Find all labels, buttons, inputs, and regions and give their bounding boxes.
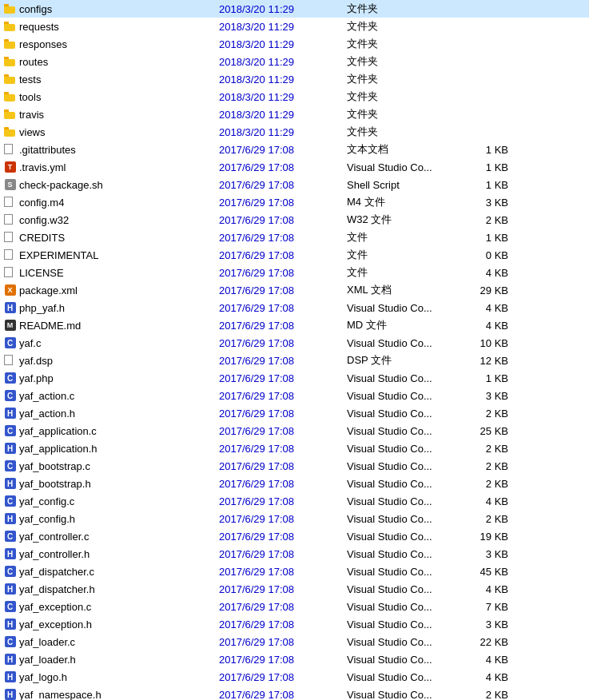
list-item[interactable]: H yaf_exception.h 2017/6/29 17:08 Visual…	[0, 615, 589, 633]
list-item[interactable]: views 2018/3/20 11:29 文件夹	[0, 123, 589, 141]
list-item[interactable]: CREDITS 2017/6/29 17:08 文件 1 KB	[0, 229, 589, 246]
file-name-col: travis	[3, 108, 219, 121]
file-type: Visual Studio Co...	[347, 495, 467, 507]
file-date: 2018/3/20 11:29	[219, 91, 347, 103]
folder-icon	[3, 20, 16, 33]
list-item[interactable]: H php_yaf.h 2017/6/29 17:08 Visual Studi…	[0, 299, 589, 316]
list-item[interactable]: tools 2018/3/20 11:29 文件夹	[0, 88, 589, 105]
file-date: 2017/6/29 17:08	[219, 337, 347, 349]
file-name: yaf_dispatcher.h	[19, 583, 95, 595]
list-item[interactable]: S check-package.sh 2017/6/29 17:08 Shell…	[0, 176, 589, 193]
file-icon	[3, 231, 16, 244]
file-size: 12 KB	[467, 355, 515, 367]
list-item[interactable]: C yaf_config.c 2017/6/29 17:08 Visual St…	[0, 492, 589, 510]
file-size: 1 KB	[467, 232, 515, 244]
list-item[interactable]: H yaf_application.h 2017/6/29 17:08 Visu…	[0, 439, 589, 457]
list-item[interactable]: C yaf_dispatcher.c 2017/6/29 17:08 Visua…	[0, 563, 589, 580]
file-type: Visual Studio Co...	[347, 443, 467, 455]
list-item[interactable]: C yaf.c 2017/6/29 17:08 Visual Studio Co…	[0, 334, 589, 352]
file-type: Visual Studio Co...	[347, 636, 467, 648]
list-item[interactable]: tests 2018/3/20 11:29 文件夹	[0, 70, 589, 88]
file-name-col: M README.md	[3, 319, 219, 332]
file-name-col: configs	[3, 2, 219, 15]
file-name: yaf_namespace.h	[19, 689, 101, 701]
file-type: Visual Studio Co...	[347, 337, 467, 349]
list-item[interactable]: configs 2018/3/20 11:29 文件夹	[0, 0, 589, 18]
file-type: DSP 文件	[347, 353, 467, 368]
file-name-col: C yaf_controller.c	[3, 530, 219, 543]
file-name-col: C yaf_action.c	[3, 389, 219, 402]
list-item[interactable]: H yaf_loader.h 2017/6/29 17:08 Visual St…	[0, 650, 589, 668]
list-item[interactable]: T .travis.yml 2017/6/29 17:08 Visual Stu…	[0, 158, 589, 176]
file-size: 10 KB	[467, 337, 515, 349]
file-name-col: .gitattributes	[3, 143, 219, 156]
file-name-col: config.w32	[3, 213, 219, 226]
file-name: LICENSE	[19, 267, 64, 279]
list-item[interactable]: C yaf_bootstrap.c 2017/6/29 17:08 Visual…	[0, 457, 589, 475]
list-item[interactable]: X package.xml 2017/6/29 17:08 XML 文档 29 …	[0, 281, 589, 299]
list-item[interactable]: C yaf.php 2017/6/29 17:08 Visual Studio …	[0, 369, 589, 387]
list-item[interactable]: C yaf_controller.c 2017/6/29 17:08 Visua…	[0, 527, 589, 545]
list-item[interactable]: H yaf_logo.h 2017/6/29 17:08 Visual Stud…	[0, 668, 589, 686]
file-date: 2017/6/29 17:08	[219, 425, 347, 437]
list-item[interactable]: LICENSE 2017/6/29 17:08 文件 4 KB	[0, 264, 589, 281]
list-item[interactable]: C yaf_exception.c 2017/6/29 17:08 Visual…	[0, 598, 589, 615]
file-date: 2017/6/29 17:08	[219, 460, 347, 472]
list-item[interactable]: M README.md 2017/6/29 17:08 MD 文件 4 KB	[0, 316, 589, 334]
c-file-icon: C	[3, 336, 16, 349]
file-name-col: H yaf_logo.h	[3, 670, 219, 683]
file-date: 2017/6/29 17:08	[219, 284, 347, 296]
list-item[interactable]: EXPERIMENTAL 2017/6/29 17:08 文件 0 KB	[0, 246, 589, 264]
file-name: yaf_application.c	[19, 425, 97, 437]
file-type: Visual Studio Co...	[347, 548, 467, 560]
file-name: travis	[19, 109, 44, 121]
file-size: 0 KB	[467, 249, 515, 261]
list-item[interactable]: H yaf_namespace.h 2017/6/29 17:08 Visual…	[0, 686, 589, 700]
file-size: 1 KB	[467, 372, 515, 384]
list-item[interactable]: C yaf_action.c 2017/6/29 17:08 Visual St…	[0, 387, 589, 404]
h-file-icon: H	[3, 442, 16, 455]
file-name: yaf_exception.c	[19, 601, 91, 613]
file-name: yaf_bootstrap.h	[19, 478, 91, 490]
file-name: yaf_dispatcher.c	[19, 566, 94, 578]
list-item[interactable]: yaf.dsp 2017/6/29 17:08 DSP 文件 12 KB	[0, 352, 589, 369]
file-name-col: H yaf_loader.h	[3, 653, 219, 666]
file-type: 文件夹	[347, 19, 467, 34]
list-item[interactable]: responses 2018/3/20 11:29 文件夹	[0, 35, 589, 53]
file-size: 4 KB	[467, 583, 515, 595]
file-date: 2018/3/20 11:29	[219, 126, 347, 138]
list-item[interactable]: H yaf_bootstrap.h 2017/6/29 17:08 Visual…	[0, 475, 589, 492]
file-date: 2017/6/29 17:08	[219, 355, 347, 367]
list-item[interactable]: C yaf_application.c 2017/6/29 17:08 Visu…	[0, 422, 589, 439]
file-name-col: C yaf_application.c	[3, 424, 219, 437]
list-item[interactable]: config.m4 2017/6/29 17:08 M4 文件 3 KB	[0, 193, 589, 211]
folder-icon	[3, 55, 16, 68]
list-item[interactable]: C yaf_loader.c 2017/6/29 17:08 Visual St…	[0, 633, 589, 650]
file-date: 2017/6/29 17:08	[219, 478, 347, 490]
list-item[interactable]: H yaf_dispatcher.h 2017/6/29 17:08 Visua…	[0, 580, 589, 598]
file-name-col: C yaf_bootstrap.c	[3, 459, 219, 472]
list-item[interactable]: .gitattributes 2017/6/29 17:08 文本文档 1 KB	[0, 141, 589, 158]
file-name: views	[19, 126, 46, 138]
file-name: yaf_loader.c	[19, 636, 75, 648]
file-date: 2017/6/29 17:08	[219, 689, 347, 701]
file-name-col: H yaf_application.h	[3, 442, 219, 455]
list-item[interactable]: H yaf_action.h 2017/6/29 17:08 Visual St…	[0, 404, 589, 422]
h-file-icon: H	[3, 477, 16, 490]
file-name: config.w32	[19, 214, 69, 226]
file-name: yaf_action.c	[19, 390, 74, 402]
list-item[interactable]: config.w32 2017/6/29 17:08 W32 文件 2 KB	[0, 211, 589, 229]
file-type: Visual Studio Co...	[347, 372, 467, 384]
list-item[interactable]: requests 2018/3/20 11:29 文件夹	[0, 18, 589, 35]
list-item[interactable]: H yaf_controller.h 2017/6/29 17:08 Visua…	[0, 545, 589, 563]
file-type: Visual Studio Co...	[347, 302, 467, 314]
list-item[interactable]: H yaf_config.h 2017/6/29 17:08 Visual St…	[0, 510, 589, 527]
file-size: 2 KB	[467, 513, 515, 525]
c-file-icon: C	[3, 372, 16, 384]
file-name: yaf.c	[19, 337, 41, 349]
list-item[interactable]: travis 2018/3/20 11:29 文件夹	[0, 105, 589, 123]
folder-icon	[3, 73, 16, 86]
file-date: 2017/6/29 17:08	[219, 144, 347, 156]
file-date: 2017/6/29 17:08	[219, 267, 347, 279]
list-item[interactable]: routes 2018/3/20 11:29 文件夹	[0, 53, 589, 70]
